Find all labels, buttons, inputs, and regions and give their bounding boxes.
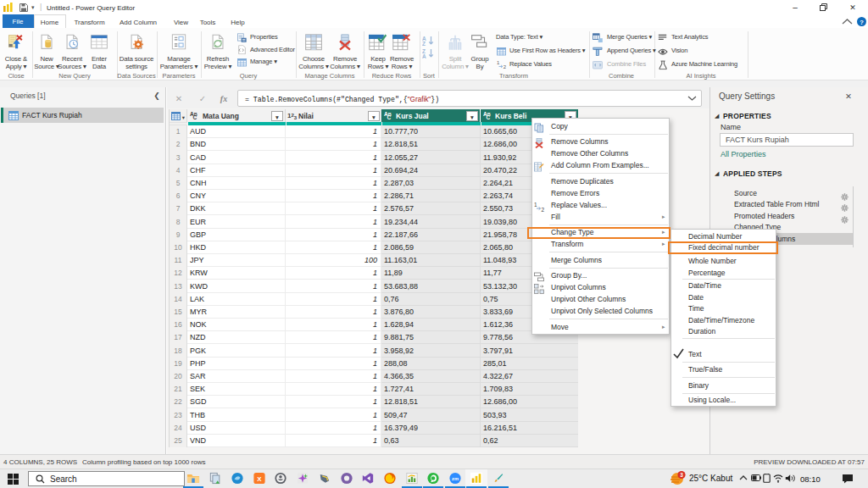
- svg-text:2: 2: [542, 206, 545, 212]
- svg-text:1: 1: [497, 60, 500, 65]
- svg-text:3: 3: [680, 472, 683, 478]
- svg-text:Z: Z: [422, 41, 426, 46]
- svg-text:2: 2: [504, 64, 506, 69]
- svg-text:X: X: [257, 475, 262, 483]
- svg-text:A: A: [422, 53, 426, 58]
- svg-text:zm: zm: [452, 476, 459, 481]
- svg-text:1: 1: [534, 202, 537, 208]
